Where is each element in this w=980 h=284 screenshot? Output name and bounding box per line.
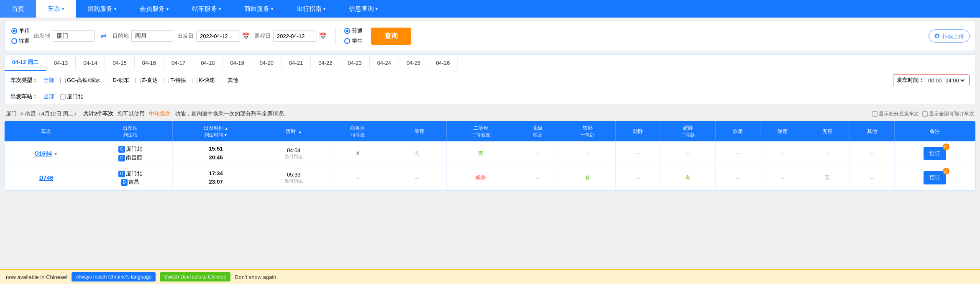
date-tab-0418[interactable]: 04-18 — [193, 56, 223, 70]
check-points-exchange[interactable]: 显示积分兑换车次 — [872, 110, 919, 118]
filter-gc[interactable]: GC-高铁/城际 — [60, 77, 100, 84]
filter-all-tag[interactable]: 全部 — [43, 77, 54, 84]
station-icon-g: G — [118, 146, 125, 153]
train-results-table-wrap: 车次 出发站到达站 出发时间▲ 到达时间▼ 历时 ▲ 商务座特等座 一等座 二等… — [4, 121, 976, 191]
station-xiamenbei[interactable]: 厦门北 — [60, 93, 83, 100]
shangwu-g1694[interactable]: 4 — [328, 141, 387, 166]
passenger-type-group: 普通 学生 — [344, 27, 363, 45]
nav-membership[interactable]: 会员服务 ▾ — [128, 0, 180, 18]
from-input[interactable] — [53, 30, 95, 42]
filter-z[interactable]: Z-直达 — [135, 77, 158, 84]
checkbox-points[interactable] — [872, 111, 878, 117]
divider — [335, 28, 336, 44]
time-range-select[interactable]: 00:00--24:00 00:00--06:00 06:00--12:00 1… — [926, 77, 966, 84]
yingzuo-g1694: -- — [760, 141, 805, 166]
filter-other[interactable]: 其他 — [221, 77, 238, 84]
date-tab-0422[interactable]: 04-22 — [311, 56, 340, 70]
checkbox-z[interactable] — [135, 78, 141, 83]
to-field: 目的地 — [113, 30, 173, 42]
from-field: 出发地 — [34, 30, 95, 42]
date-tab-0414[interactable]: 04-14 — [76, 56, 105, 70]
passenger-normal[interactable]: 普通 — [344, 27, 363, 35]
other-g1694: -- — [850, 141, 894, 166]
erdeng-g1694[interactable]: 有 — [446, 141, 515, 166]
col-duration[interactable]: 历时 ▲ — [259, 121, 328, 141]
station-all-tag[interactable]: 全部 — [43, 93, 54, 100]
date-tab-0415[interactable]: 04-15 — [105, 56, 134, 70]
duration-cell-g1694: 04:54 当日到达 — [259, 141, 328, 166]
checkbox-xiamenbei[interactable] — [60, 94, 66, 100]
checkbox-k[interactable] — [192, 78, 197, 83]
time-cell-d746: 17:34 23:07 — [172, 166, 259, 190]
train-num-g1694[interactable]: G1694 — [34, 150, 52, 157]
date-tab-0424[interactable]: 04-24 — [370, 56, 399, 70]
date-tab-0419[interactable]: 04-19 — [223, 56, 252, 70]
checkbox-t[interactable] — [164, 78, 169, 83]
ruanwo-d746[interactable]: 有 — [560, 166, 616, 190]
checkbox-bookable[interactable] — [922, 111, 928, 117]
transfer-link[interactable]: 中转换乘 — [149, 110, 171, 118]
search-button[interactable]: 查询 — [371, 28, 411, 45]
trip-type-oneway[interactable]: 单程 — [11, 27, 30, 35]
date-filter-panel: 04-12 周二 04-13 04-14 04-15 04-16 04-17 0… — [4, 54, 976, 104]
erdeng-d746[interactable]: 候补 — [446, 166, 515, 190]
book-button-d746[interactable]: 预订 — [924, 171, 946, 184]
nav-home[interactable]: 首页 — [0, 0, 36, 18]
dongwo-g1694: -- — [615, 141, 660, 166]
train-results-table: 车次 出发站到达站 出发时间▲ 到达时间▼ 历时 ▲ 商务座特等座 一等座 二等… — [5, 121, 975, 190]
expand-icon[interactable]: ▼ — [54, 151, 58, 156]
checkbox-other[interactable] — [221, 78, 226, 83]
nav-travel-guide[interactable]: 出行指南 ▾ — [285, 0, 337, 18]
radio-oneway-dot — [11, 28, 17, 34]
book-btn-wrap-d: 预订 折 — [924, 171, 946, 184]
check-all-bookable[interactable]: 显示全部可预订车次 — [922, 110, 974, 118]
swap-button[interactable]: ⇌ — [99, 31, 108, 41]
book-button-g1694[interactable]: 预订 — [924, 147, 946, 160]
upload-button[interactable]: ⚙ 拍块上传 — [929, 30, 970, 43]
trip-type-roundtrip[interactable]: 往返 — [11, 37, 30, 45]
chevron-down-icon: ▾ — [323, 7, 325, 11]
passenger-student[interactable]: 学生 — [344, 37, 363, 45]
date-tab-0416[interactable]: 04-16 — [135, 56, 164, 70]
date-tab-0413[interactable]: 04-13 — [46, 56, 76, 70]
chevron-down-icon: ▾ — [271, 7, 273, 11]
checkbox-d[interactable] — [106, 78, 111, 83]
calendar-icon[interactable]: 📅 — [242, 32, 250, 40]
ruanzuo-g1694: -- — [716, 141, 760, 166]
chevron-down-icon: ▾ — [376, 7, 378, 11]
nav-group-buy[interactable]: 团购服务 ▾ — [76, 0, 128, 18]
col-other: 其他 — [850, 121, 894, 141]
nav-station-service[interactable]: 站车服务 ▾ — [180, 0, 233, 18]
col-ruanzuo: 软座 — [716, 121, 760, 141]
date-tab-0412[interactable]: 04-12 周二 — [5, 55, 46, 71]
date-tabs: 04-12 周二 04-13 04-14 04-15 04-16 04-17 0… — [5, 55, 975, 71]
date-tab-0420[interactable]: 04-20 — [252, 56, 281, 70]
col-wuzuo: 无座 — [805, 121, 850, 141]
date-tab-0426[interactable]: 04-26 — [428, 56, 458, 70]
filter-k[interactable]: K-快速 — [192, 77, 215, 84]
col-time[interactable]: 出发时间▲ 到达时间▼ — [172, 121, 259, 141]
nav-info-query[interactable]: 信息查询 ▾ — [337, 0, 389, 18]
date-tab-0421[interactable]: 04-21 — [281, 56, 311, 70]
nav-tickets[interactable]: 车票 ▾ — [36, 0, 76, 18]
return-date-input[interactable] — [273, 31, 317, 42]
yingwo-d746[interactable]: 有 — [660, 166, 716, 190]
filter-t[interactable]: T-特快 — [164, 77, 186, 84]
depart-date-field: 出发日 📅 — [177, 31, 250, 42]
nav-business-travel[interactable]: 商旅服务 ▾ — [233, 0, 285, 18]
date-tab-0425[interactable]: 04-25 — [399, 56, 428, 70]
chevron-down-icon: ▾ — [166, 7, 169, 11]
to-input[interactable] — [131, 30, 173, 42]
col-train-num: 车次 — [5, 121, 88, 141]
col-erdeng: 二等座二等包座 — [446, 121, 515, 141]
train-num-d746[interactable]: D746 — [39, 174, 53, 181]
date-tab-0423[interactable]: 04-23 — [340, 56, 369, 70]
depart-date-input[interactable] — [196, 31, 240, 42]
filter-d[interactable]: D-动车 — [106, 77, 129, 84]
date-tab-0417[interactable]: 04-17 — [164, 56, 193, 70]
col-gaoji-ruanwo: 高级软卧 — [515, 121, 560, 141]
checkbox-gc[interactable] — [60, 78, 66, 83]
return-calendar-icon[interactable]: 📅 — [319, 32, 327, 40]
yingzuo-d746: -- — [760, 166, 805, 190]
col-yideng: 一等座 — [387, 121, 446, 141]
